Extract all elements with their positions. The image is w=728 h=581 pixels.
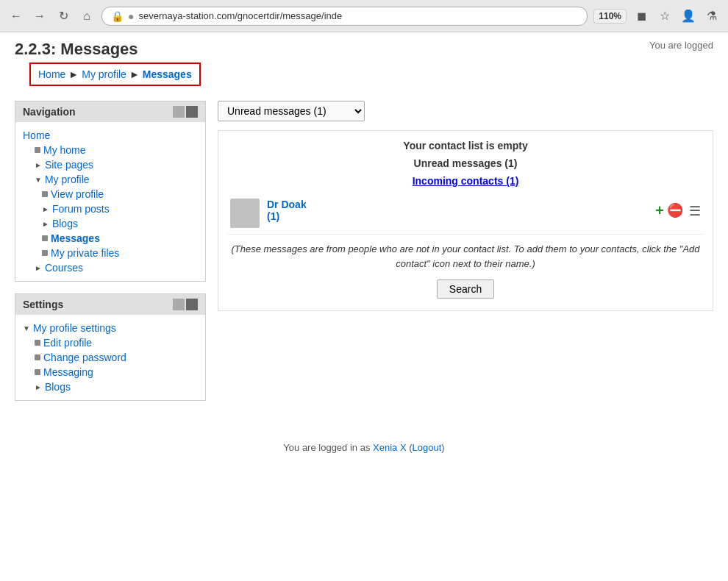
- site-pages-link[interactable]: Site pages: [45, 159, 93, 171]
- sidebar-item-sitepages[interactable]: ► Site pages: [35, 157, 198, 172]
- settings-title: Settings: [23, 299, 63, 310]
- sidebar-item-courses[interactable]: ► Courses: [35, 260, 198, 275]
- bullet-icon: [35, 354, 40, 360]
- profile-settings-link[interactable]: My profile settings: [33, 322, 116, 334]
- sidebar-item-viewprofile[interactable]: View profile: [42, 187, 198, 202]
- incoming-contacts-label: Incoming contacts (1): [227, 175, 704, 187]
- sidebar-item-profile-settings[interactable]: ▼ My profile settings: [23, 321, 198, 335]
- bullet-icon: [42, 250, 48, 256]
- navigation-block: Navigation Home My home ►: [15, 101, 206, 282]
- forum-posts-link[interactable]: Forum posts: [52, 203, 110, 215]
- nav-minimize-btn[interactable]: [173, 106, 185, 118]
- screen-icon[interactable]: ◼: [632, 7, 650, 25]
- settings-block-controls: [173, 299, 198, 310]
- contact-info: Dr Doak(1): [267, 199, 648, 222]
- profile-icon[interactable]: 👤: [679, 7, 697, 25]
- content-area: Unread messages (1) All messages Sent me…: [218, 101, 713, 413]
- sidebar-item-home[interactable]: Home: [23, 128, 198, 143]
- messages-panel: Your contact list is empty Unread messag…: [218, 130, 713, 311]
- breadcrumb: Home ► My profile ► Messages: [29, 63, 201, 86]
- breadcrumb-profile[interactable]: My profile: [82, 68, 126, 80]
- view-profile-link[interactable]: View profile: [51, 188, 104, 200]
- nav-block-controls: [173, 106, 198, 118]
- arrow-icon: ►: [35, 264, 42, 272]
- contact-row: Dr Doak(1) + ⛔ ☰: [227, 193, 704, 235]
- add-contact-icon[interactable]: +: [655, 202, 664, 219]
- my-private-files-link[interactable]: My private files: [51, 247, 119, 259]
- extension-icon[interactable]: ⚗: [703, 7, 721, 25]
- bullet-icon: [42, 235, 48, 241]
- main-layout: Navigation Home My home ►: [0, 101, 728, 413]
- arrow-icon: ►: [35, 383, 42, 391]
- home-link[interactable]: Home: [23, 129, 50, 141]
- bullet-icon: [35, 147, 40, 153]
- expand-arrow-icon: ▼: [35, 176, 42, 184]
- page-header: 2.2.3: Messages You are logged: [0, 32, 728, 63]
- url-text: severnaya-station.com/gnocertdir/message…: [138, 10, 578, 21]
- sidebar-item-settings-blogs[interactable]: ► Blogs: [35, 379, 198, 394]
- block-contact-icon[interactable]: ⛔: [667, 202, 683, 218]
- sidebar-item-privatefiles[interactable]: My private files: [42, 246, 198, 260]
- arrow-icon: ►: [42, 205, 49, 213]
- footer-username[interactable]: Xenia X: [373, 442, 407, 453]
- star-icon[interactable]: ☆: [656, 7, 674, 25]
- settings-blogs-link[interactable]: Blogs: [45, 381, 71, 393]
- expand-arrow-icon: ▼: [23, 324, 30, 332]
- sidebar: Navigation Home My home ►: [15, 101, 206, 413]
- change-password-link[interactable]: Change password: [43, 352, 126, 363]
- sidebar-item-myprofile[interactable]: ▼ My profile: [35, 172, 198, 187]
- navigation-title: Navigation: [23, 106, 76, 118]
- sidebar-item-messages[interactable]: Messages: [42, 231, 198, 246]
- message-filter-select[interactable]: Unread messages (1) All messages Sent me…: [218, 101, 365, 121]
- settings-content: ▼ My profile settings Edit profile Chang…: [15, 315, 205, 400]
- unread-messages-label: Unread messages (1): [227, 157, 704, 169]
- bullet-icon: [35, 369, 40, 375]
- forward-button[interactable]: →: [31, 7, 49, 25]
- shield-icon: 🔒: [111, 10, 124, 22]
- navigation-content: Home My home ► Site pages ▼ My profile: [15, 122, 205, 281]
- sidebar-item-editprofile[interactable]: Edit profile: [35, 335, 198, 350]
- footer-logout[interactable]: Logout: [413, 442, 442, 453]
- arrow-icon: ►: [42, 220, 49, 228]
- unread-messages-link[interactable]: Unread messages (1): [414, 157, 518, 169]
- back-button[interactable]: ←: [7, 7, 25, 25]
- sidebar-item-myhome[interactable]: My home: [35, 143, 198, 157]
- incoming-contacts-link[interactable]: Incoming contacts (1): [413, 175, 519, 187]
- refresh-button[interactable]: ↻: [54, 7, 72, 25]
- contact-name: Dr Doak(1): [267, 199, 648, 222]
- blogs-link[interactable]: Blogs: [52, 218, 78, 229]
- home-button[interactable]: ⌂: [78, 7, 96, 25]
- edit-profile-link[interactable]: Edit profile: [43, 337, 92, 349]
- address-bar[interactable]: 🔒 ● severnaya-station.com/gnocertdir/mes…: [101, 7, 588, 26]
- my-profile-link[interactable]: My profile: [45, 174, 90, 185]
- contact-name-link[interactable]: Dr Doak(1): [267, 199, 307, 222]
- messaging-link[interactable]: Messaging: [43, 366, 93, 378]
- breadcrumb-sep2: ►: [129, 68, 140, 80]
- message-icon[interactable]: ☰: [689, 203, 701, 219]
- contact-actions: + ⛔ ☰: [655, 202, 701, 219]
- sidebar-item-changepassword[interactable]: Change password: [35, 350, 198, 365]
- filter-bar: Unread messages (1) All messages Sent me…: [218, 101, 713, 121]
- courses-link[interactable]: Courses: [45, 262, 83, 274]
- nav-expand-btn[interactable]: [186, 106, 198, 118]
- bullet-icon: [35, 340, 40, 346]
- breadcrumb-current: Messages: [143, 68, 192, 80]
- sidebar-item-messaging[interactable]: Messaging: [35, 365, 198, 379]
- lock-icon: ●: [128, 10, 134, 22]
- search-button[interactable]: Search: [437, 279, 494, 299]
- breadcrumb-home[interactable]: Home: [38, 68, 65, 80]
- settings-expand-btn[interactable]: [186, 299, 198, 310]
- avatar: [230, 199, 260, 228]
- logged-in-status: You are logged: [649, 40, 713, 51]
- help-text: (These messages are from people who are …: [230, 242, 701, 271]
- empty-contacts-label: Your contact list is empty: [227, 140, 704, 152]
- sidebar-item-blogs[interactable]: ► Blogs: [42, 216, 198, 231]
- footer-text: You are logged in as: [283, 442, 370, 453]
- settings-block: Settings ▼ My profile settings Edit prof…: [15, 293, 206, 401]
- breadcrumb-sep1: ►: [68, 68, 79, 80]
- my-home-link[interactable]: My home: [43, 144, 86, 156]
- settings-minimize-btn[interactable]: [173, 299, 185, 310]
- messages-link[interactable]: Messages: [51, 232, 100, 244]
- navigation-header: Navigation: [15, 101, 205, 122]
- sidebar-item-forumposts[interactable]: ► Forum posts: [42, 202, 198, 216]
